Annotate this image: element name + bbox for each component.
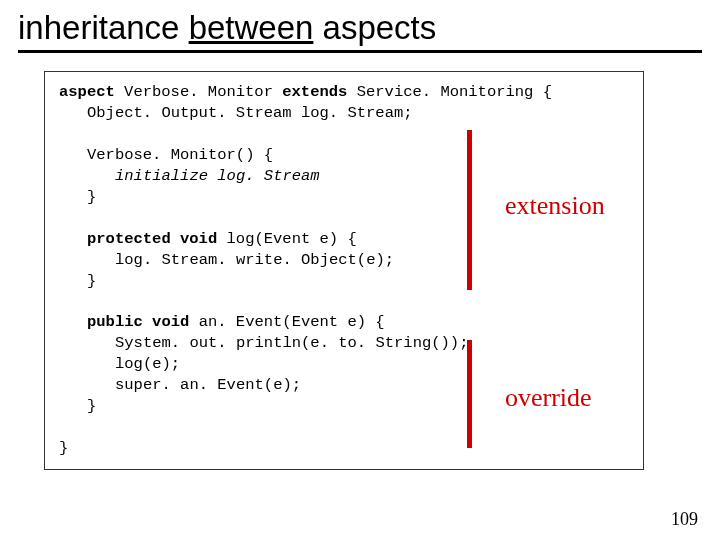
code-line: } [59,438,629,459]
code-line: public void an. Event(Event e) { [59,312,629,333]
code-line: log. Stream. write. Object(e); [59,250,629,271]
slide: inheritance between aspects aspect Verbo… [0,0,720,540]
page-number: 109 [671,509,698,530]
code-box: aspect Verbose. Monitor extends Service.… [44,71,644,470]
title-word-1: inheritance [18,9,179,46]
extension-bar [467,130,472,290]
blank-line [59,124,629,145]
code-line: Verbose. Monitor() { [59,145,629,166]
extension-label: extension [505,188,605,223]
code-line: System. out. println(e. to. String()); [59,333,629,354]
title-rule [18,50,702,53]
code-line: Object. Output. Stream log. Stream; [59,103,629,124]
override-bar [467,340,472,448]
override-label: override [505,380,592,415]
blank-line [59,417,629,438]
code-line: } [59,271,629,292]
code-line: log(e); [59,354,629,375]
code-line: protected void log(Event e) { [59,229,629,250]
code-line: aspect Verbose. Monitor extends Service.… [59,82,629,103]
code-line: initialize log. Stream [59,166,629,187]
title-word-2: between [189,9,314,46]
page-title: inheritance between aspects [18,10,702,46]
title-word-3: aspects [323,9,437,46]
blank-line [59,292,629,313]
